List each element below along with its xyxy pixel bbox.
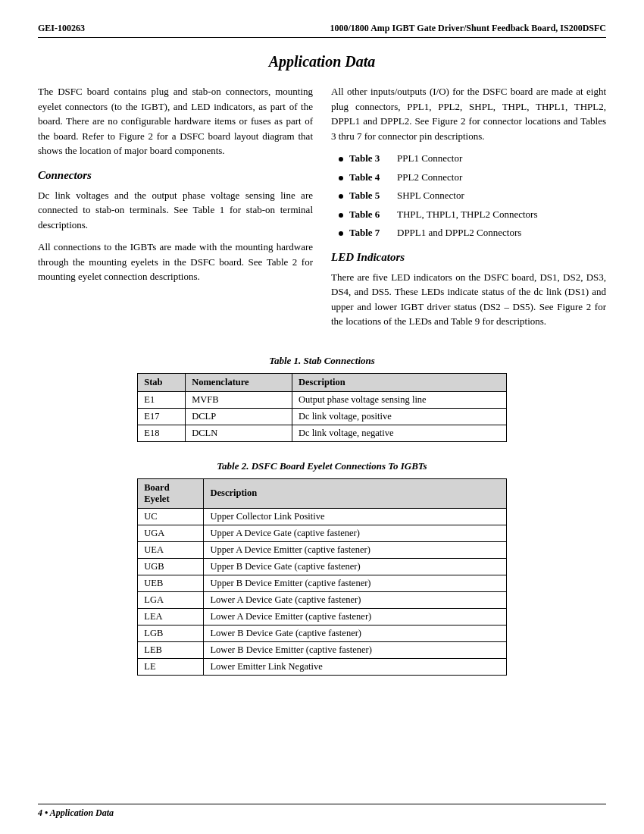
table1-header-cell: Stab <box>138 373 186 391</box>
table2-title: Table 2. DSFC Board Eyelet Connections T… <box>38 460 606 472</box>
bullet-text: PPL1 Connector <box>397 151 606 166</box>
table-row: UEBUpper B Device Emitter (captive faste… <box>138 575 507 591</box>
table-cell: Lower A Device Emitter (captive fastener… <box>204 608 506 625</box>
table-cell: LEA <box>138 608 204 625</box>
connector-table-list: Table 3PPL1 ConnectorTable 4PPL2 Connect… <box>339 151 606 240</box>
table-row: LELower Emitter Link Negative <box>138 658 507 675</box>
table-row: E18DCLNDc link voltage, negative <box>138 425 507 441</box>
table-cell: Upper Collector Link Positive <box>204 508 506 525</box>
table1: StabNomenclatureDescription E1MVFBOutput… <box>137 373 507 442</box>
right-column: All other inputs/outputs (I/O) for the D… <box>331 84 606 337</box>
table-cell: LEB <box>138 641 204 658</box>
table-row: UGAUpper A Device Gate (captive fastener… <box>138 525 507 541</box>
bullet-dot-icon <box>339 213 343 218</box>
table-cell: Lower B Device Gate (captive fastener) <box>204 625 506 641</box>
table2-wrapper: Board EyeletDescription UCUpper Collecto… <box>137 478 507 676</box>
connectors-heading: Connectors <box>38 169 313 182</box>
bullet-item: Table 7DPPL1 and DPPL2 Connectors <box>339 225 606 240</box>
bullet-text: THPL, THPL1, THPL2 Connectors <box>397 207 606 222</box>
table-cell: Upper A Device Gate (captive fastener) <box>204 525 506 541</box>
bullet-item: Table 3PPL1 Connector <box>339 151 606 166</box>
table-cell: Lower B Device Emitter (captive fastener… <box>204 641 506 658</box>
connectors-para1: Dc link voltages and the output phase vo… <box>38 188 313 233</box>
header-doc-title: 1000/1800 Amp IGBT Gate Driver/Shunt Fee… <box>330 23 606 34</box>
table-cell: LE <box>138 658 204 675</box>
table1-header-cell: Nomenclature <box>186 373 292 391</box>
table-row: LEBLower B Device Emitter (captive faste… <box>138 641 507 658</box>
table-row: E17DCLPDc link voltage, positive <box>138 408 507 425</box>
bullet-label: Table 3 <box>349 151 391 166</box>
bullet-item: Table 4PPL2 Connector <box>339 170 606 185</box>
two-column-section: The DSFC board contains plug and stab-on… <box>38 84 606 337</box>
page-footer: 4 • Application Data <box>38 804 606 819</box>
table-cell: LGB <box>138 625 204 641</box>
table-cell: UC <box>138 508 204 525</box>
table2-section: Table 2. DSFC Board Eyelet Connections T… <box>38 460 606 676</box>
bullet-label: Table 5 <box>349 188 391 203</box>
table1-title: Table 1. Stab Connections <box>38 355 606 367</box>
table-row: LGALower A Device Gate (captive fastener… <box>138 591 507 608</box>
table-row: LGBLower B Device Gate (captive fastener… <box>138 625 507 641</box>
table1-section: Table 1. Stab Connections StabNomenclatu… <box>38 355 606 442</box>
bullet-item: Table 5SHPL Connector <box>339 188 606 203</box>
table-cell: Lower A Device Gate (captive fastener) <box>204 591 506 608</box>
table-row: E1MVFBOutput phase voltage sensing line <box>138 391 507 408</box>
bullet-text: PPL2 Connector <box>397 170 606 185</box>
table1-wrapper: StabNomenclatureDescription E1MVFBOutput… <box>137 373 507 442</box>
main-title: Application Data <box>38 53 606 71</box>
table-cell: Output phase voltage sensing line <box>292 391 506 408</box>
table-cell: Upper B Device Emitter (captive fastener… <box>204 575 506 591</box>
bullet-dot-icon <box>339 231 343 236</box>
table1-header-row: StabNomenclatureDescription <box>138 373 507 391</box>
bullet-label: Table 6 <box>349 207 391 222</box>
page: GEI-100263 1000/1800 Amp IGBT Gate Drive… <box>0 0 644 834</box>
table-cell: UEA <box>138 541 204 558</box>
table-row: LEALower A Device Emitter (captive faste… <box>138 608 507 625</box>
table-cell: Dc link voltage, positive <box>292 408 506 425</box>
table-cell: MVFB <box>186 391 292 408</box>
bullet-dot-icon <box>339 176 343 180</box>
table-cell: DCLP <box>186 408 292 425</box>
table-cell: E18 <box>138 425 186 441</box>
table-cell: Upper B Device Gate (captive fastener) <box>204 558 506 575</box>
connectors-para2: All connections to the IGBTs are made wi… <box>38 240 313 284</box>
table-cell: DCLN <box>186 425 292 441</box>
table-cell: Dc link voltage, negative <box>292 425 506 441</box>
bullet-label: Table 4 <box>349 170 391 185</box>
intro-paragraph-right: All other inputs/outputs (I/O) for the D… <box>331 84 606 143</box>
table-cell: UEB <box>138 575 204 591</box>
bullet-dot-icon <box>339 157 343 161</box>
bullet-text: SHPL Connector <box>397 188 606 203</box>
table-row: UEAUpper A Device Emitter (captive faste… <box>138 541 507 558</box>
table-row: UCUpper Collector Link Positive <box>138 508 507 525</box>
table-cell: Upper A Device Emitter (captive fastener… <box>204 541 506 558</box>
led-heading: LED Indicators <box>331 251 606 264</box>
table-cell: LGA <box>138 591 204 608</box>
bullet-text: DPPL1 and DPPL2 Connectors <box>397 225 606 240</box>
bullet-dot-icon <box>339 194 343 199</box>
table-cell: UGA <box>138 525 204 541</box>
led-paragraph: There are five LED indicators on the DSF… <box>331 270 606 329</box>
left-column: The DSFC board contains plug and stab-on… <box>38 84 313 337</box>
table-cell: UGB <box>138 558 204 575</box>
table2-header-row: Board EyeletDescription <box>138 478 507 508</box>
table-cell: Lower Emitter Link Negative <box>204 658 506 675</box>
table-cell: E1 <box>138 391 186 408</box>
table-cell: E17 <box>138 408 186 425</box>
bullet-label: Table 7 <box>349 225 391 240</box>
bullet-item: Table 6THPL, THPL1, THPL2 Connectors <box>339 207 606 222</box>
table-row: UGBUpper B Device Gate (captive fastener… <box>138 558 507 575</box>
table2-header-cell: Board Eyelet <box>138 478 204 508</box>
table2-header-cell: Description <box>204 478 506 508</box>
table2: Board EyeletDescription UCUpper Collecto… <box>137 478 507 676</box>
table1-header-cell: Description <box>292 373 506 391</box>
intro-paragraph-left: The DSFC board contains plug and stab-on… <box>38 84 313 158</box>
header-doc-number: GEI-100263 <box>38 23 85 34</box>
page-header: GEI-100263 1000/1800 Amp IGBT Gate Drive… <box>38 23 606 38</box>
